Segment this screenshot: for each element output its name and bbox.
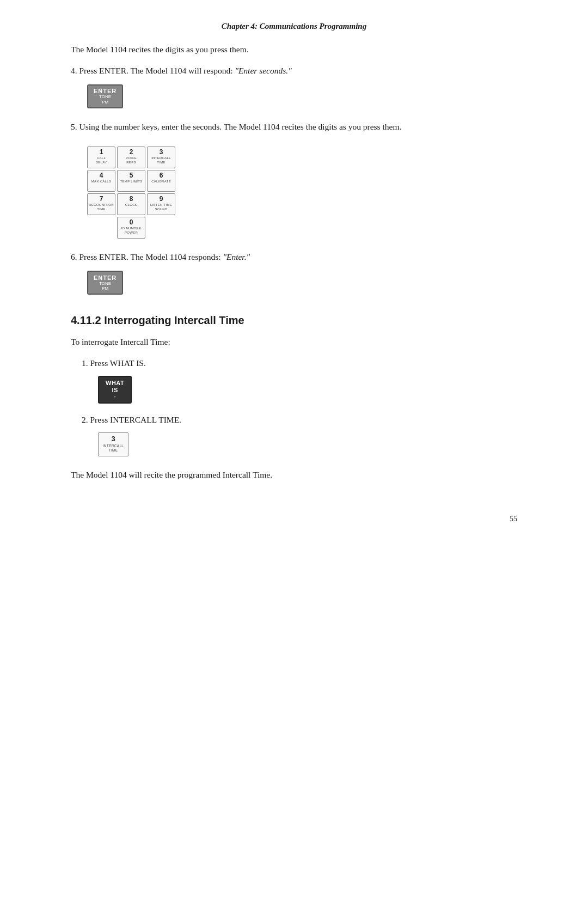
intercall-key-label: INTERCALLTIME (103, 444, 124, 453)
chapter-header: Chapter 4: Communications Programming (71, 22, 517, 31)
numpad-wrap: 1 CALLDELAY 2 VOICEREPS 3 INTERCALLTIME … (87, 147, 175, 239)
intercall-key[interactable]: 3 INTERCALLTIME (98, 432, 128, 456)
key-5[interactable]: 5 TEMP LIMITS (117, 170, 145, 192)
numpad-zero-row: 0 ID NUMBERPOWER (87, 217, 175, 239)
closing-paragraph: The Model 1104 will recite the programme… (71, 468, 517, 482)
page-number: 55 (71, 515, 517, 523)
what-is-button-wrap: WHATIS * (98, 376, 517, 404)
enter-button-1-wrap: ENTER TONE PM (87, 84, 517, 108)
key-8[interactable]: 8 CLOCK (117, 193, 145, 215)
enter-label-2: ENTER (94, 274, 117, 281)
key-7[interactable]: 7 RECOGNITIONTIME (87, 193, 115, 215)
step-list: 1. Press WHAT IS. WHATIS * 2. Press INTE… (82, 357, 517, 456)
what-is-button[interactable]: WHATIS * (98, 376, 132, 404)
intercall-key-num: 3 (111, 435, 115, 442)
enter-sub-1: TONE PM (99, 94, 111, 105)
step-1: 1. Press WHAT IS. (82, 357, 517, 370)
step-4-text: 4. Press ENTER. The Model 1104 will resp… (71, 64, 517, 78)
key-2[interactable]: 2 VOICEREPS (117, 147, 145, 168)
section-intro: To interrogate Intercall Time: (71, 335, 517, 349)
key-4[interactable]: 4 MAX CALLS (87, 170, 115, 192)
key-0[interactable]: 0 ID NUMBERPOWER (117, 217, 145, 239)
step-2: 2. Press INTERCALL TIME. (82, 413, 517, 427)
enter-label-1: ENTER (94, 88, 117, 94)
step-6-text: 6. Press ENTER. The Model 1104 responds:… (71, 251, 517, 264)
key-1[interactable]: 1 CALLDELAY (87, 147, 115, 168)
enter-button-2-wrap: ENTER TONE PM (87, 271, 517, 295)
numpad: 1 CALLDELAY 2 VOICEREPS 3 INTERCALLTIME … (87, 147, 175, 215)
key-6[interactable]: 6 CALIBRATE (147, 170, 175, 192)
key-9[interactable]: 9 LISTEN TIMESOUND (147, 193, 175, 215)
what-is-star: * (114, 395, 116, 400)
key-3[interactable]: 3 INTERCALLTIME (147, 147, 175, 168)
paragraph-1: The Model 1104 recites the digits as you… (71, 43, 517, 57)
enter-sub-2: TONE PM (99, 281, 111, 291)
enter-button-1[interactable]: ENTER TONE PM (87, 84, 123, 108)
what-is-label: WHATIS (106, 380, 124, 394)
intercall-key-wrap: 3 INTERCALLTIME (98, 432, 517, 456)
section-heading: 4.11.2 Interrogating Intercall Time (71, 314, 517, 327)
step-5-text: 5. Using the number keys, enter the seco… (71, 120, 517, 134)
enter-button-2[interactable]: ENTER TONE PM (87, 271, 123, 295)
